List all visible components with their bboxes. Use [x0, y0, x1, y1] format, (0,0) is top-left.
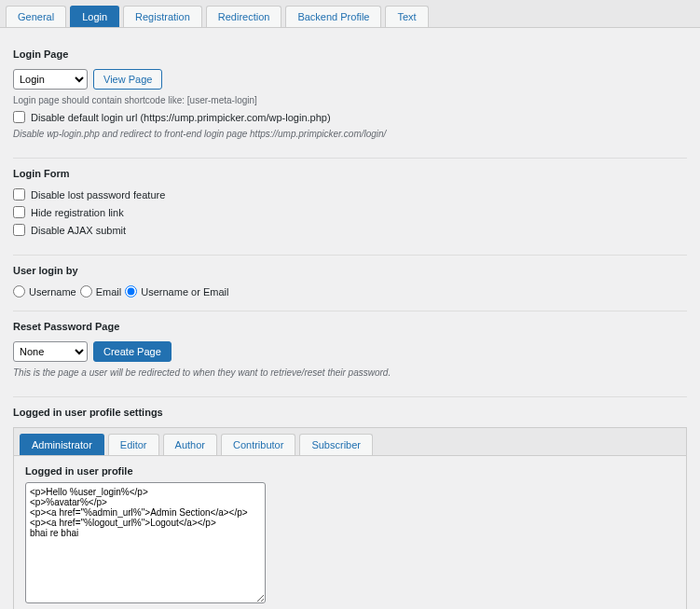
section-user-login-by: User login by Username Email Username or…	[13, 256, 687, 311]
disable-default-login-desc: Disable wp-login.php and redirect to fro…	[13, 129, 687, 139]
section-login-form: Login Form Disable lost password feature…	[13, 159, 687, 256]
role-tab-editor[interactable]: Editor	[108, 434, 159, 455]
section-profile-settings: Logged in user profile settings Administ…	[13, 397, 687, 609]
disable-default-login-checkbox[interactable]	[13, 111, 25, 123]
tab-redirection[interactable]: Redirection	[206, 6, 282, 27]
disable-lost-password-checkbox[interactable]	[13, 188, 25, 201]
login-by-both-label: Username or Email	[141, 286, 228, 298]
tab-backend-profile[interactable]: Backend Profile	[285, 6, 381, 27]
reset-password-heading: Reset Password Page	[13, 321, 687, 332]
disable-lost-password-label: Disable lost password feature	[31, 189, 165, 201]
login-page-select[interactable]: Login	[13, 69, 88, 90]
login-form-heading: Login Form	[13, 168, 687, 179]
settings-tabs: General Login Registration Redirection B…	[0, 0, 700, 28]
tab-general[interactable]: General	[6, 6, 66, 27]
login-by-email-label: Email	[96, 286, 122, 298]
disable-ajax-label: Disable AJAX submit	[31, 225, 126, 236]
disable-default-login-label: Disable default login url (https://ump.p…	[31, 112, 331, 123]
profile-template-textarea[interactable]	[25, 482, 266, 603]
reset-password-select[interactable]: None	[13, 341, 88, 362]
tab-registration[interactable]: Registration	[123, 6, 202, 27]
view-page-button[interactable]: View Page	[93, 69, 162, 90]
role-tab-subscriber[interactable]: Subscriber	[299, 434, 373, 455]
hide-registration-label: Hide registration link	[31, 207, 124, 218]
role-tab-contributor[interactable]: Contributor	[221, 434, 295, 455]
reset-password-desc: This is the page a user will be redirect…	[13, 367, 687, 378]
profile-settings-heading: Logged in user profile settings	[13, 407, 687, 418]
logged-in-profile-label: Logged in user profile	[25, 465, 675, 477]
tab-login[interactable]: Login	[70, 6, 119, 27]
user-login-by-heading: User login by	[13, 265, 687, 276]
tab-text[interactable]: Text	[385, 6, 428, 27]
login-page-heading: Login Page	[13, 48, 687, 60]
section-reset-password: Reset Password Page None Create Page Thi…	[13, 311, 687, 397]
login-by-username-label: Username	[29, 286, 76, 298]
login-page-hint: Login page should contain shortcode like…	[13, 95, 687, 105]
role-tabs: Administrator Editor Author Contributor …	[13, 427, 687, 455]
login-by-both-radio[interactable]	[125, 285, 137, 298]
section-login-page: Login Page Login View Page Login page sh…	[13, 39, 687, 159]
disable-ajax-checkbox[interactable]	[13, 224, 25, 236]
role-tab-author[interactable]: Author	[163, 434, 217, 455]
login-by-username-radio[interactable]	[13, 285, 25, 298]
create-page-button[interactable]: Create Page	[93, 341, 172, 362]
role-tab-administrator[interactable]: Administrator	[20, 434, 104, 455]
login-by-email-radio[interactable]	[80, 285, 92, 298]
hide-registration-checkbox[interactable]	[13, 206, 25, 218]
